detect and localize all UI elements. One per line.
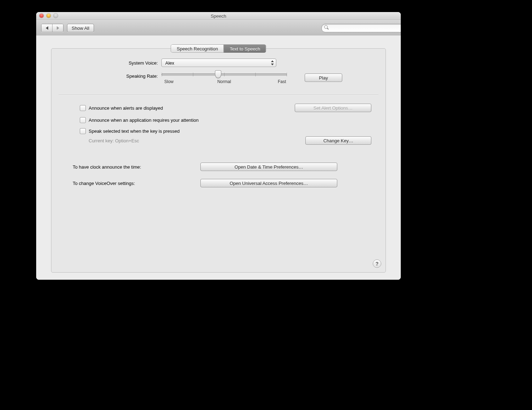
content-area: Speech Recognition Text to Speech System… (36, 35, 401, 280)
tab-bar: Speech Recognition Text to Speech (171, 44, 266, 53)
search-field-wrap (321, 24, 396, 32)
system-voice-label: System Voice: (59, 60, 161, 66)
slider-thumb[interactable] (215, 70, 221, 78)
set-alert-options-button[interactable]: Set Alert Options… (295, 104, 371, 112)
show-all-button[interactable]: Show All (67, 24, 94, 32)
open-date-time-button[interactable]: Open Date & Time Preferences… (200, 163, 337, 171)
voiceover-settings-label: To change VoiceOver settings: (73, 181, 200, 186)
speak-selected-label: Speak selected text when the key is pres… (89, 129, 180, 134)
forward-button[interactable] (52, 24, 63, 32)
slider-label-slow: Slow (164, 79, 173, 84)
toolbar: Show All (36, 20, 401, 36)
preferences-window: Speech Show All Speech Recognition Text … (36, 12, 401, 280)
help-button[interactable]: ? (373, 259, 381, 268)
announce-alerts-checkbox[interactable] (80, 105, 86, 111)
nav-segmented (41, 24, 63, 32)
search-icon (324, 25, 329, 30)
clock-announce-label: To have clock announce the time: (73, 164, 200, 170)
announce-attention-label: Announce when an application requires yo… (89, 117, 199, 123)
slider-label-normal: Normal (217, 79, 231, 84)
system-voice-popup[interactable]: Alex (161, 59, 276, 67)
divider (59, 95, 378, 95)
chevron-left-icon (46, 26, 48, 30)
titlebar[interactable]: Speech (36, 12, 401, 20)
close-window-button[interactable] (39, 13, 44, 18)
announce-attention-checkbox[interactable] (80, 117, 86, 123)
speak-selected-checkbox[interactable] (80, 128, 86, 134)
back-button[interactable] (41, 24, 52, 32)
chevron-right-icon (57, 26, 59, 30)
window-title: Speech (36, 13, 401, 19)
speaking-rate-slider[interactable]: Slow Normal Fast (161, 73, 287, 84)
tab-speech-recognition[interactable]: Speech Recognition (171, 45, 223, 53)
current-key-label: Current key: Option+Esc (89, 138, 139, 143)
announce-alerts-label: Announce when alerts are displayed (89, 105, 163, 111)
open-universal-access-button[interactable]: Open Universal Access Preferences… (200, 179, 337, 187)
play-button[interactable]: Play (305, 73, 342, 82)
minimize-window-button[interactable] (46, 13, 51, 18)
speaking-rate-label: Speaking Rate: (59, 73, 161, 79)
traffic-lights (39, 13, 58, 18)
search-input[interactable] (321, 24, 401, 32)
system-voice-value: Alex (165, 60, 174, 66)
settings-panel: Speech Recognition Text to Speech System… (51, 48, 386, 273)
zoom-window-button[interactable] (54, 13, 58, 18)
popup-arrows-icon (270, 60, 274, 66)
tab-text-to-speech[interactable]: Text to Speech (224, 45, 266, 53)
slider-label-fast: Fast (278, 79, 286, 84)
change-key-button[interactable]: Change Key… (305, 136, 371, 145)
